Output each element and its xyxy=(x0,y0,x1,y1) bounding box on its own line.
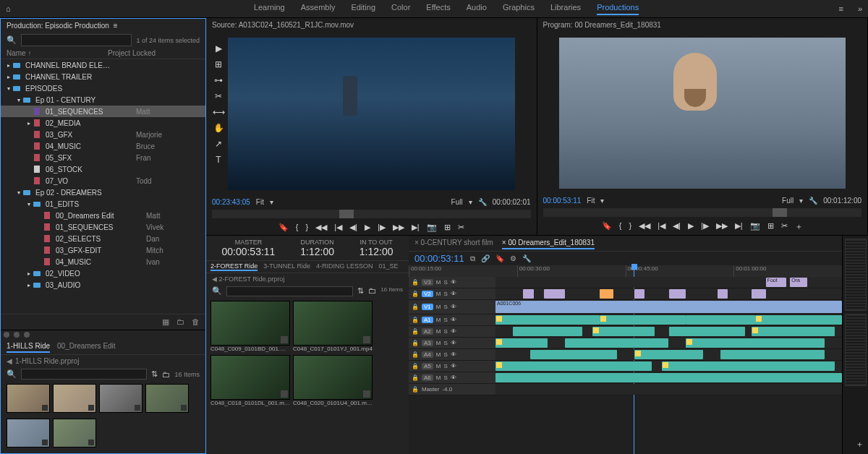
workspace-tab-assembly[interactable]: Assembly xyxy=(301,3,336,15)
transport-button[interactable]: } xyxy=(306,223,309,232)
timeline-ruler[interactable]: 00:00:15:0000:00:30:0000:00:45:0000:01:0… xyxy=(409,265,842,277)
track-A6[interactable]: 🔒 A6 MS👁 xyxy=(409,372,842,384)
workspace-tab-color[interactable]: Color xyxy=(391,3,410,15)
tool-button[interactable]: T xyxy=(211,155,226,165)
wrench-icon[interactable]: 🔧 xyxy=(522,254,531,263)
chevron-down-icon[interactable]: ▾ xyxy=(600,197,604,205)
transport-button[interactable]: ▶▶ xyxy=(716,221,728,232)
tree-item[interactable]: ▸CHANNEL TRAILER xyxy=(1,71,205,82)
lock-icon[interactable]: 🔒 xyxy=(412,279,419,286)
transport-button[interactable]: 🔖 xyxy=(602,221,612,232)
new-bin-icon[interactable]: 🗀 xyxy=(162,370,170,379)
tree-item[interactable]: ▸CHANNEL BRAND ELEMENTS xyxy=(1,59,205,71)
workspace-tab-learning[interactable]: Learning xyxy=(254,3,285,15)
program-scrubber[interactable] xyxy=(543,208,862,217)
tree-item[interactable]: ▾Ep 01 - CENTURY xyxy=(1,94,205,106)
sequence-tab[interactable]: 2-FOREST Ride xyxy=(210,262,258,271)
track-A1[interactable]: 🔒 A1 MS👁 xyxy=(409,314,842,326)
clip[interactable] xyxy=(495,361,652,371)
col-name[interactable]: Name ↑ xyxy=(7,49,108,57)
transport-button[interactable]: { xyxy=(296,223,299,232)
lock-icon[interactable]: 🔒 xyxy=(412,328,419,335)
clip[interactable] xyxy=(495,373,842,382)
track-V3[interactable]: 🔒 V3 MS👁FootOra xyxy=(409,277,842,288)
hills-clip-thumb[interactable] xyxy=(7,419,50,447)
tree-item[interactable]: 06_STOCK xyxy=(1,163,205,175)
clip[interactable] xyxy=(592,327,655,336)
transport-button[interactable]: |▶ xyxy=(378,223,386,232)
sequence-search-input[interactable] xyxy=(226,286,353,296)
transport-button[interactable]: ▶ xyxy=(688,221,694,232)
eye-icon[interactable]: 👁 xyxy=(451,279,456,286)
transport-button[interactable]: |◀ xyxy=(658,221,665,232)
workspace-tab-audio[interactable]: Audio xyxy=(467,3,487,15)
tree-item[interactable]: 03_GFXMarjorie xyxy=(1,129,205,140)
track-V1[interactable]: 🔒 V1 MS👁A001C006 xyxy=(409,300,842,314)
clip[interactable] xyxy=(720,350,825,359)
clip-thumbnail[interactable] xyxy=(293,355,373,400)
transport-button[interactable]: ✂ xyxy=(458,223,464,232)
tree-item[interactable]: ▸02_MEDIA xyxy=(1,117,205,129)
tree-item[interactable]: ▾Ep 02 - DREAMERS xyxy=(1,187,205,198)
timeline-tab[interactable]: × 0-CENTURY short film xyxy=(414,237,493,249)
sort-icon[interactable]: ⇅ xyxy=(151,369,158,379)
track-A4[interactable]: 🔒 A4 MS👁 xyxy=(409,349,842,361)
hills-clip-thumb[interactable] xyxy=(53,419,96,447)
tree-item[interactable]: ▾EPISODES xyxy=(1,82,205,94)
wrench-icon[interactable]: 🔧 xyxy=(478,198,487,206)
program-viewport[interactable] xyxy=(559,38,846,189)
tool-button[interactable]: ⊶ xyxy=(211,75,226,85)
eye-icon[interactable]: 👁 xyxy=(451,351,456,358)
eye-icon[interactable]: 👁 xyxy=(451,304,456,310)
tool-button[interactable]: ⟷ xyxy=(211,107,226,117)
eye-icon[interactable]: 👁 xyxy=(451,374,456,381)
new-item-icon[interactable]: ▦ xyxy=(162,317,169,327)
lock-icon[interactable]: 🔒 xyxy=(412,317,419,323)
clip[interactable] xyxy=(752,289,765,299)
timeline-tab[interactable]: × 00 Dreamers_Edit_180831 xyxy=(502,237,595,249)
link-icon[interactable]: 🔗 xyxy=(481,254,490,263)
search-icon[interactable]: 🔍 xyxy=(7,369,17,379)
production-tree[interactable]: ▸CHANNEL BRAND ELEMENTS▸CHANNEL TRAILER▾… xyxy=(1,59,205,314)
workspace-tab-libraries[interactable]: Libraries xyxy=(550,3,581,15)
tree-item[interactable]: 02_SELECTSDan xyxy=(1,233,205,244)
clip[interactable] xyxy=(600,315,686,325)
clip[interactable] xyxy=(530,350,617,359)
clip[interactable]: A001C006 xyxy=(495,301,842,313)
new-folder-icon[interactable]: 🗀 xyxy=(176,317,184,327)
transport-button[interactable]: ◀| xyxy=(673,221,681,232)
wrench-icon[interactable]: 🔧 xyxy=(809,197,817,205)
fit-dropdown[interactable]: Fit xyxy=(256,198,264,206)
transport-button[interactable]: ▶▶ xyxy=(393,223,404,232)
transport-button[interactable]: ✂ xyxy=(781,221,788,232)
clip[interactable] xyxy=(513,327,582,336)
transport-button[interactable]: ⊞ xyxy=(767,221,774,232)
tree-item[interactable]: 01_SEQUENCESMatt xyxy=(1,106,205,117)
hills-clip-thumb[interactable] xyxy=(145,384,189,413)
lock-icon[interactable]: 🔒 xyxy=(412,340,419,346)
tree-item[interactable]: 00_Dreamers EditMatt xyxy=(1,210,205,221)
track-A3[interactable]: 🔒 A3 MS👁 xyxy=(409,338,842,349)
sequence-tab[interactable]: 4-RIDING LESSON xyxy=(316,262,373,271)
tree-item[interactable]: 04_MUSICBruce xyxy=(1,140,205,152)
clip[interactable] xyxy=(755,315,842,325)
bin-tab[interactable]: 1-HILLS Ride xyxy=(7,340,50,353)
lock-icon[interactable]: 🔒 xyxy=(412,363,419,369)
eye-icon[interactable]: 👁 xyxy=(451,291,456,297)
tree-item[interactable]: ▾01_EDITS xyxy=(1,198,205,210)
tree-item[interactable]: 07_VOTodd xyxy=(1,175,205,187)
tree-item[interactable]: 01_SEQUENCESVivek xyxy=(1,221,205,233)
bin-tab[interactable]: 00_Dreamers Edit xyxy=(57,340,116,353)
eye-icon[interactable]: 👁 xyxy=(451,317,456,323)
transport-button[interactable]: |▶ xyxy=(701,221,709,232)
clip-thumbnail[interactable] xyxy=(210,301,290,346)
clip[interactable] xyxy=(669,289,686,299)
back-icon[interactable]: ◀ xyxy=(7,357,12,365)
source-scrubber[interactable] xyxy=(212,210,531,218)
timeline-tracks[interactable]: 🔒 V3 MS👁FootOra🔒 V2 MS👁🔒 V1 MS👁A001C006🔒… xyxy=(409,277,842,454)
clip[interactable] xyxy=(686,338,825,348)
workspace-tab-productions[interactable]: Productions xyxy=(597,3,639,15)
lock-icon[interactable]: 🔒 xyxy=(412,304,419,310)
new-bin-icon[interactable]: 🗀 xyxy=(368,286,376,296)
col-lock[interactable]: Project Locked xyxy=(108,49,156,57)
